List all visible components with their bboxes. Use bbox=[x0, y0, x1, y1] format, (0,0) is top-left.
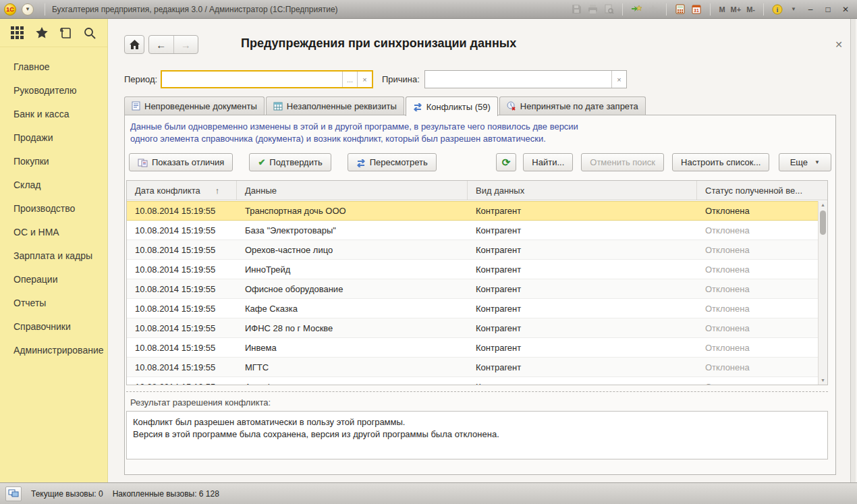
cell-data: Офисное оборудование bbox=[237, 279, 468, 298]
column-label: Дата конфликта bbox=[135, 186, 200, 196]
table-row[interactable]: 10.08.2014 15:19:55 Офисное оборудование… bbox=[127, 279, 818, 299]
memory-m-button[interactable]: M bbox=[717, 5, 726, 13]
table-row[interactable]: 10.08.2014 15:19:55 Инвема Контрагент От… bbox=[127, 338, 818, 358]
back-button[interactable]: ← bbox=[149, 36, 174, 53]
period-input[interactable] bbox=[162, 72, 342, 87]
sidebar-item-os-i-nma[interactable]: ОС и НМА bbox=[0, 221, 107, 244]
table-row[interactable]: 10.08.2014 15:19:55 ИФНС 28 по г Москве … bbox=[127, 318, 818, 338]
conflicts-panel: Данные были одновременно изменены в этой… bbox=[124, 115, 836, 475]
memory-m-plus-button[interactable]: M+ bbox=[729, 5, 743, 13]
reason-input[interactable] bbox=[425, 71, 611, 88]
review-button[interactable]: Пересмотреть bbox=[348, 153, 437, 171]
period-label: Период: bbox=[124, 74, 157, 84]
calculator-icon[interactable] bbox=[673, 3, 687, 16]
table-row[interactable]: 10.08.2014 15:19:55 База "Электротовары"… bbox=[127, 221, 818, 240]
favorites-star-icon[interactable] bbox=[34, 25, 50, 41]
table-row[interactable]: 10.08.2014 15:19:55 Орехов-частное лицо … bbox=[127, 240, 818, 260]
sidebar-item-sklad[interactable]: Склад bbox=[0, 173, 107, 197]
info-dropdown-icon[interactable]: ▼ bbox=[787, 3, 800, 16]
save-icon[interactable] bbox=[570, 3, 583, 16]
configure-list-button[interactable]: Настроить список... bbox=[672, 153, 769, 171]
tab-bar: Непроведенные документы Незаполненные ре… bbox=[124, 96, 647, 115]
period-clear-button[interactable]: × bbox=[357, 72, 372, 87]
info-icon[interactable]: i bbox=[771, 3, 784, 16]
table-scrollbar[interactable]: ▲ ▼ bbox=[818, 201, 827, 385]
sidebar-item-spravochniki[interactable]: Справочники bbox=[0, 315, 107, 339]
favorites-icon[interactable] bbox=[646, 3, 659, 16]
panel-splitter[interactable] bbox=[126, 391, 828, 392]
cell-status: Отклонена bbox=[697, 377, 818, 385]
search-icon[interactable] bbox=[82, 25, 98, 41]
titlebar-separator bbox=[763, 3, 764, 16]
sidebar-item-rukovoditelyu[interactable]: Руководителю bbox=[0, 79, 107, 103]
add-favorite-icon[interactable] bbox=[630, 3, 643, 16]
titlebar-separator bbox=[710, 3, 711, 16]
close-button[interactable]: ✕ bbox=[838, 3, 853, 16]
sidebar-item-glavnoe[interactable]: Главное bbox=[0, 55, 107, 79]
table-row-partial[interactable]: 10.08.2014 15:19:55 Аэроф Контрагент Отк… bbox=[127, 377, 818, 385]
print-icon[interactable] bbox=[586, 3, 599, 16]
column-header-status[interactable]: Статус полученной ве... bbox=[697, 181, 827, 200]
swap-arrows-icon bbox=[356, 158, 366, 167]
form-scroll-strip[interactable] bbox=[850, 19, 856, 482]
cell-data: Инвема bbox=[237, 338, 468, 357]
conflicts-table: Дата конфликта ↑ Данные Вид данных Стату… bbox=[126, 180, 828, 385]
tab-neprinyatye-po-date-zapreta[interactable]: Непринятые по дате запрета bbox=[499, 96, 646, 115]
print-preview-icon[interactable] bbox=[602, 3, 615, 16]
sections-menu-icon[interactable] bbox=[9, 25, 26, 41]
minimize-button[interactable]: – bbox=[803, 3, 818, 16]
cancel-search-button[interactable]: Отменить поиск bbox=[581, 153, 664, 171]
sidebar-item-prodazhi[interactable]: Продажи bbox=[0, 126, 107, 150]
main-menu-button[interactable]: ▼ bbox=[22, 3, 34, 16]
column-header-date[interactable]: Дата конфликта ↑ bbox=[127, 181, 237, 200]
sidebar-item-zarplata-i-kadry[interactable]: Зарплата и кадры bbox=[0, 244, 107, 268]
maximize-button[interactable]: □ bbox=[821, 3, 835, 16]
scroll-down-icon[interactable]: ▼ bbox=[819, 376, 827, 385]
cell-kind: Контрагент bbox=[468, 240, 697, 259]
form-close-icon[interactable]: ✕ bbox=[832, 38, 846, 51]
reason-clear-button[interactable]: × bbox=[611, 71, 626, 88]
cell-date: 10.08.2014 15:19:55 bbox=[127, 279, 237, 298]
conflict-sync-icon bbox=[413, 102, 422, 111]
tab-label: Непроведенные документы bbox=[144, 101, 257, 111]
memory-m-minus-button[interactable]: M- bbox=[745, 5, 756, 13]
cell-date: 10.08.2014 15:19:55 bbox=[127, 260, 237, 279]
forward-button[interactable]: → bbox=[174, 36, 198, 53]
period-field: ... × bbox=[161, 70, 373, 88]
column-header-data[interactable]: Данные bbox=[237, 181, 468, 200]
sidebar-item-bank-i-kassa[interactable]: Банк и касса bbox=[0, 103, 107, 126]
home-button[interactable] bbox=[124, 35, 144, 54]
tab-nezapolnennye-rekvizity[interactable]: Незаполненные реквизиты bbox=[266, 96, 404, 115]
approve-button[interactable]: ✔ Подтвердить bbox=[249, 153, 331, 171]
tab-konflikty[interactable]: Конфликты (59) bbox=[406, 96, 498, 116]
sidebar-item-proizvodstvo[interactable]: Производство bbox=[0, 197, 107, 221]
table-row[interactable]: 10.08.2014 15:19:55 МГТС Контрагент Откл… bbox=[127, 358, 818, 377]
table-row[interactable]: 10.08.2014 15:19:55 Транспортная дочь ОО… bbox=[127, 201, 818, 221]
tab-neprovedennye-dokumenty[interactable]: Непроведенные документы bbox=[124, 96, 265, 115]
server-calls-icon[interactable] bbox=[5, 486, 22, 501]
show-differences-button[interactable]: Показать отличия bbox=[129, 153, 233, 171]
sidebar-item-operacii[interactable]: Операции bbox=[0, 268, 107, 291]
button-label: Показать отличия bbox=[152, 157, 224, 167]
cell-date: 10.08.2014 15:19:55 bbox=[127, 299, 237, 318]
window-title: Бухгалтерия предприятия, редакция 3.0 / … bbox=[52, 5, 338, 14]
cell-status: Отклонена bbox=[697, 338, 818, 357]
scrollbar-thumb[interactable] bbox=[820, 211, 826, 235]
scroll-up-icon[interactable]: ▲ bbox=[819, 201, 827, 209]
sidebar-item-administrirovanie[interactable]: Администрирование bbox=[0, 339, 107, 362]
more-button[interactable]: Еще ▼ bbox=[779, 153, 831, 171]
table-row[interactable]: 10.08.2014 15:19:55 ИнноТрейд Контрагент… bbox=[127, 260, 818, 279]
clock-blocked-icon bbox=[507, 101, 516, 111]
calendar-icon[interactable]: 31 bbox=[690, 3, 703, 16]
period-choose-button[interactable]: ... bbox=[342, 72, 357, 87]
sidebar-item-otchety[interactable]: Отчеты bbox=[0, 291, 107, 315]
table-row[interactable]: 10.08.2014 15:19:55 Кафе Сказка Контраге… bbox=[127, 299, 818, 318]
history-icon[interactable] bbox=[57, 25, 74, 41]
svg-text:i: i bbox=[777, 6, 779, 13]
reason-field: × bbox=[424, 70, 627, 88]
column-header-kind[interactable]: Вид данных bbox=[468, 181, 697, 200]
find-button[interactable]: Найти... bbox=[523, 153, 573, 171]
button-label: Еще bbox=[790, 157, 808, 167]
sidebar-item-pokupki[interactable]: Покупки bbox=[0, 150, 107, 173]
refresh-button[interactable]: ⟳ bbox=[496, 153, 517, 171]
